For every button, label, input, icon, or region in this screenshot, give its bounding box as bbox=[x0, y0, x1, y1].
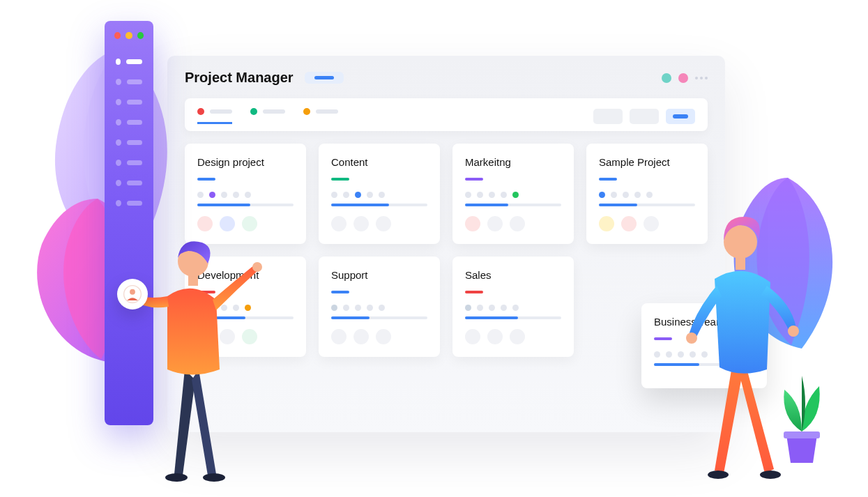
card-dots bbox=[465, 192, 561, 198]
card-progress bbox=[331, 316, 427, 319]
filter-tab[interactable] bbox=[197, 108, 232, 124]
toolbar-button[interactable] bbox=[630, 109, 659, 124]
card-title: Sales bbox=[465, 269, 561, 281]
sidebar-item[interactable] bbox=[116, 79, 142, 85]
card-title: Markeitng bbox=[465, 156, 561, 168]
card-dots bbox=[599, 192, 695, 198]
card-accent bbox=[197, 178, 215, 181]
user-bubble[interactable] bbox=[117, 279, 148, 309]
close-icon[interactable] bbox=[114, 32, 121, 39]
card-accent bbox=[465, 291, 483, 293]
card-accent bbox=[654, 337, 672, 340]
svg-point-11 bbox=[788, 326, 799, 337]
sidebar-item[interactable] bbox=[116, 59, 142, 65]
project-card[interactable]: Design project bbox=[185, 144, 306, 244]
card-accent bbox=[465, 178, 483, 181]
svg-point-10 bbox=[686, 332, 697, 344]
card-chips bbox=[331, 216, 427, 231]
window-controls bbox=[105, 21, 153, 59]
svg-point-5 bbox=[252, 262, 262, 272]
sidebar-item[interactable] bbox=[116, 119, 142, 125]
project-card[interactable]: Support bbox=[319, 257, 440, 357]
card-title: Support bbox=[331, 269, 427, 281]
card-dots bbox=[331, 305, 427, 311]
svg-point-8 bbox=[708, 471, 729, 479]
card-title: Content bbox=[331, 156, 427, 168]
sidebar-item[interactable] bbox=[116, 160, 142, 166]
sidebar-item[interactable] bbox=[116, 139, 142, 146]
card-progress bbox=[465, 316, 561, 319]
avatar[interactable] bbox=[662, 73, 671, 83]
sidebar-item[interactable] bbox=[116, 99, 142, 105]
card-title: Design project bbox=[197, 156, 294, 168]
card-accent bbox=[599, 178, 617, 181]
sidebar-nav bbox=[105, 59, 153, 206]
card-progress bbox=[465, 204, 561, 206]
filter-tab[interactable] bbox=[250, 108, 285, 124]
card-chips bbox=[465, 329, 561, 344]
project-card[interactable]: Sales bbox=[452, 257, 574, 357]
svg-point-2 bbox=[165, 473, 188, 482]
card-accent bbox=[331, 291, 349, 293]
toolbar-button-primary[interactable] bbox=[666, 109, 695, 124]
card-accent bbox=[331, 178, 349, 181]
svg-point-1 bbox=[130, 289, 135, 295]
illustration-person bbox=[676, 206, 809, 484]
svg-point-9 bbox=[760, 471, 781, 479]
title-chip[interactable] bbox=[305, 72, 344, 84]
sidebar-item[interactable] bbox=[116, 200, 142, 206]
toolbar-button[interactable] bbox=[593, 109, 623, 124]
more-icon[interactable] bbox=[695, 77, 708, 79]
card-chips bbox=[331, 329, 427, 344]
card-chips bbox=[465, 216, 561, 231]
avatar[interactable] bbox=[678, 73, 688, 83]
card-dots bbox=[331, 192, 427, 198]
maximize-icon[interactable] bbox=[137, 32, 144, 39]
svg-point-3 bbox=[203, 473, 225, 482]
filter-tab[interactable] bbox=[303, 108, 338, 124]
card-dots bbox=[197, 192, 294, 198]
card-progress bbox=[197, 204, 294, 206]
project-card[interactable]: Content bbox=[319, 144, 440, 244]
page-title: Project Manager bbox=[185, 70, 294, 86]
card-chips bbox=[197, 216, 294, 231]
card-progress bbox=[331, 204, 427, 206]
minimize-icon[interactable] bbox=[125, 32, 132, 39]
toolbar bbox=[185, 98, 708, 131]
card-title: Sample Project bbox=[599, 156, 695, 168]
illustration-person bbox=[125, 230, 265, 488]
person-icon bbox=[123, 285, 142, 303]
project-card[interactable]: Markeitng bbox=[452, 144, 574, 244]
sidebar-item[interactable] bbox=[116, 180, 142, 186]
card-dots bbox=[465, 305, 561, 311]
